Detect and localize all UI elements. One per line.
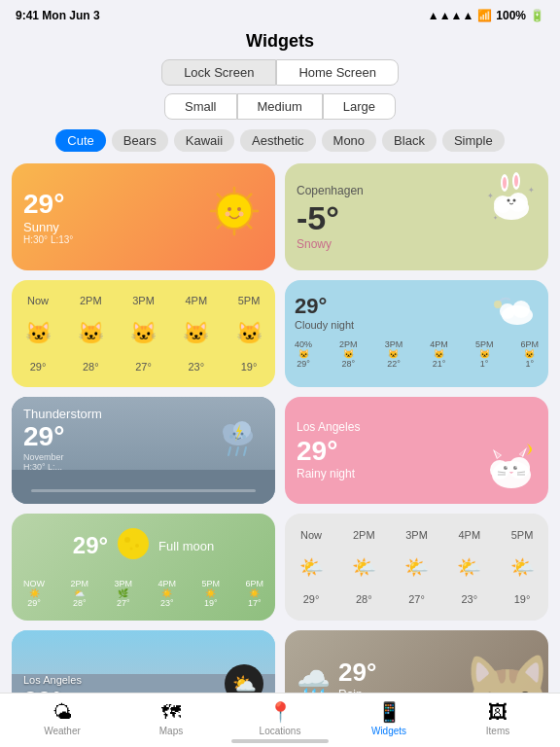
mini-forecast-3: 4PM🐱21°: [430, 339, 448, 369]
style-kawaii[interactable]: Kawaii: [174, 129, 234, 152]
widget-forecast-yellow[interactable]: Now 2PM 3PM 4PM 5PM 🐱 🐱 🐱 🐱 🐱 29° 28° 27…: [12, 280, 275, 387]
fullmoon-fc-3: 4PM☀️23°: [158, 579, 176, 608]
fl-temp-3: 23°: [455, 593, 484, 605]
fl-temp-1: 28°: [349, 593, 378, 605]
forecast-time-1: 2PM: [76, 295, 105, 306]
forecast-temp-1: 28°: [76, 361, 105, 373]
svg-point-57: [130, 548, 133, 551]
svg-point-40: [490, 460, 509, 480]
svg-point-34: [229, 435, 233, 439]
svg-point-21: [513, 199, 516, 202]
nav-locations-label: Locations: [260, 726, 301, 736]
cat-photo-temp: 29°: [338, 658, 377, 688]
size-small[interactable]: Small: [164, 93, 237, 120]
svg-point-11: [226, 212, 230, 217]
svg-point-32: [233, 433, 236, 436]
svg-point-54: [118, 528, 149, 559]
forecast-icon-0: 🐱: [23, 321, 52, 346]
fullmoon-temp: 29°: [73, 532, 108, 559]
mini-forecast-5: 6PM🐱1°: [520, 339, 539, 369]
widget-copenhagen[interactable]: Copenhagen -5° Snowy: [285, 163, 548, 270]
tab-home-screen[interactable]: Home Screen: [276, 59, 398, 86]
items-icon: 🖼: [488, 701, 508, 724]
nav-widgets[interactable]: 📱 Widgets: [334, 700, 443, 736]
style-bears[interactable]: Bears: [112, 129, 168, 152]
fl-time-4: 5PM: [508, 529, 537, 541]
style-mono[interactable]: Mono: [322, 129, 377, 152]
widget-forecast-light[interactable]: Now 2PM 3PM 4PM 5PM 🌤️ 🌤️ 🌤️ 🌤️ 🌤️ 29° 2…: [285, 514, 548, 621]
size-medium[interactable]: Medium: [237, 93, 323, 120]
signal-icon: ▲▲▲▲: [428, 9, 474, 22]
svg-point-41: [508, 457, 530, 479]
mini-forecast-0: 40%🐱29°: [295, 339, 312, 369]
forecast-icon-1: 🐱: [76, 321, 105, 346]
size-large[interactable]: Large: [323, 93, 396, 120]
nav-maps-label: Maps: [159, 726, 183, 736]
svg-text:✦: ✦: [487, 192, 494, 200]
widget-cloudy-night[interactable]: 29° Cloudy night 40%🐱29° 2PM🐱28° 3PM: [285, 280, 548, 387]
forecast-temp-0: 29°: [23, 361, 52, 373]
style-simple[interactable]: Simple: [442, 129, 505, 152]
fl-icon-4: 🌤️: [508, 555, 537, 579]
svg-point-17: [503, 177, 507, 189]
fullmoon-fc-0: NOW☀️29°: [23, 579, 45, 608]
svg-point-48: [506, 466, 508, 468]
bunny-icon: ✦ ✦ ✦: [485, 171, 539, 229]
forecast-temp-3: 23°: [182, 361, 211, 373]
svg-line-6: [247, 224, 251, 228]
copenhagen-desc: Snowy: [297, 237, 537, 251]
style-cute[interactable]: Cute: [55, 129, 105, 152]
nav-items[interactable]: 🖼 Items: [443, 701, 552, 736]
fl-time-2: 3PM: [402, 529, 432, 541]
svg-point-35: [242, 435, 246, 439]
weather-icon: 🌤: [52, 701, 72, 724]
svg-text:✦: ✦: [528, 186, 535, 195]
fl-icon-2: 🌤️: [402, 555, 432, 579]
svg-line-8: [218, 224, 222, 228]
nav-weather[interactable]: 🌤 Weather: [8, 701, 117, 736]
forecast-time-0: Now: [23, 295, 52, 306]
forecast-temp-2: 27°: [129, 361, 158, 373]
svg-text:✦: ✦: [493, 215, 498, 221]
fl-time-1: 2PM: [349, 529, 378, 541]
fl-temp-2: 27°: [402, 593, 432, 605]
fl-time-3: 4PM: [455, 529, 484, 541]
svg-line-37: [236, 447, 238, 455]
svg-point-20: [508, 199, 510, 202]
widget-fullmoon[interactable]: 29° Full moon NOW☀️29° 2PM⛅28° 3PM🌿27° 4…: [12, 514, 275, 621]
la-pink-desc: Rainy night: [297, 467, 360, 480]
fullmoon-fc-4: 5PM☀️19°: [201, 579, 220, 608]
fl-icon-0: 🌤️: [297, 555, 326, 579]
nav-maps[interactable]: 🗺 Maps: [117, 701, 226, 736]
svg-line-5: [218, 195, 222, 198]
fl-temp-0: 29°: [297, 593, 326, 605]
style-tags: Cute Bears Kawaii Aesthetic Mono Black S…: [0, 129, 560, 152]
tab-lock-screen[interactable]: Lock Screen: [161, 59, 276, 86]
fl-icon-3: 🌤️: [455, 555, 484, 579]
widget-thunderstorm[interactable]: Thunderstorm 29° NovemberH:30° L:...: [12, 397, 275, 504]
forecast-temp-4: 19°: [234, 361, 263, 373]
svg-line-38: [244, 447, 246, 455]
widgets-icon: 📱: [377, 700, 402, 724]
svg-point-15: [508, 193, 528, 212]
status-time: 9:41 Mon Jun 3: [16, 9, 100, 22]
fullmoon-fc-5: 6PM☀️17°: [245, 579, 263, 608]
style-black[interactable]: Black: [382, 129, 437, 152]
svg-point-49: [515, 466, 517, 468]
status-icons: ▲▲▲▲ 📶 100% 🔋: [428, 9, 544, 22]
la-cat-icon: [482, 436, 541, 498]
svg-line-7: [247, 195, 251, 198]
widget-la-pink[interactable]: Los Angeles 29° Rainy night: [285, 397, 548, 504]
style-aesthetic[interactable]: Aesthetic: [240, 129, 315, 152]
forecast-time-4: 5PM: [234, 295, 263, 306]
nav-locations[interactable]: 📍 Locations: [226, 700, 334, 736]
screen-tab-selector: Lock Screen Home Screen: [0, 59, 560, 86]
svg-point-12: [239, 212, 244, 217]
forecast-time-2: 3PM: [129, 295, 158, 306]
thunder-cloud-icon: [213, 407, 263, 461]
svg-point-19: [514, 175, 518, 187]
fullmoon-fc-1: 2PM⛅28°: [70, 579, 88, 608]
mini-forecast-4: 5PM🐱1°: [475, 339, 494, 369]
locations-icon: 📍: [268, 700, 293, 724]
widget-sunny[interactable]: 29° Sunny H:30° L:13°: [12, 163, 275, 270]
